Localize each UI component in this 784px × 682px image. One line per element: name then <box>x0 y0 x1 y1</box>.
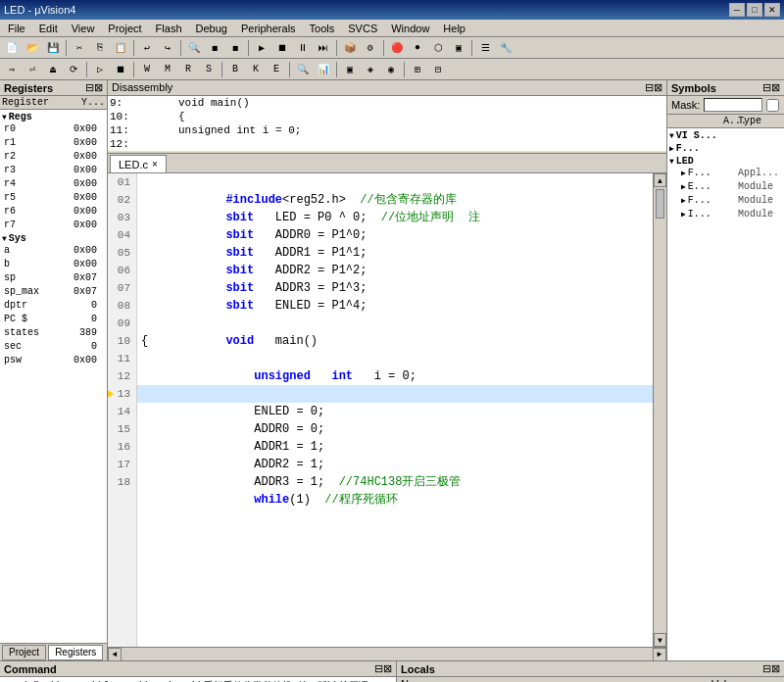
code-scrollbar-h[interactable]: ◄ ► <box>108 647 666 660</box>
tb-btn14[interactable]: 🔧 <box>496 39 515 57</box>
tb-btn6[interactable]: ⏭ <box>314 39 333 57</box>
copy-button[interactable]: ⎘ <box>90 39 110 57</box>
debug-step2[interactable]: ⏎ <box>23 61 42 78</box>
menu-help[interactable]: Help <box>437 22 471 35</box>
tb-btn12[interactable]: ▣ <box>449 39 468 57</box>
reg-group-sys-label[interactable]: ▼ Sys <box>2 233 105 244</box>
menu-project[interactable]: Project <box>102 22 147 35</box>
editor-tab-led[interactable]: LED.c × <box>110 155 167 172</box>
mask-checkbox[interactable] <box>766 99 779 112</box>
debug-extra5[interactable]: ⊟ <box>428 61 448 78</box>
menu-window[interactable]: Window <box>385 22 435 35</box>
debug-extra3[interactable]: ◉ <box>381 61 401 78</box>
reg-row-r4: r40x00 <box>2 177 105 191</box>
scroll-thumb[interactable] <box>656 189 664 219</box>
reg-row-r0: r00x00 <box>2 122 105 136</box>
maximize-button[interactable]: □ <box>747 3 762 17</box>
debug-step3[interactable]: ⏏ <box>43 61 63 78</box>
debug-win4[interactable]: S <box>199 61 219 78</box>
expand-led-icon: ▼ <box>669 157 674 166</box>
tb-btn9[interactable]: 🔴 <box>387 39 407 57</box>
tb-btn2[interactable]: ◼ <box>225 39 245 57</box>
tab-project[interactable]: Project <box>2 645 46 660</box>
scroll-right-btn[interactable]: ► <box>653 648 666 661</box>
debug-extra2[interactable]: ◈ <box>361 61 380 78</box>
scroll-up-btn[interactable]: ▲ <box>654 173 666 187</box>
regs-group-name: Regs <box>9 112 32 122</box>
debug-bp3[interactable]: E <box>267 61 286 78</box>
reg-row-pc: PC $0 <box>2 313 105 326</box>
editor-section: LED.c × 01 02 03 04 05 06 07 08 09 10 1 <box>108 154 666 660</box>
menu-file[interactable]: File <box>2 22 31 35</box>
mask-input[interactable] <box>704 98 762 112</box>
sym-f-row[interactable]: ▶ F... <box>669 143 782 154</box>
menu-flash[interactable]: Flash <box>150 22 188 35</box>
reg-row-psw: psw0x00 <box>2 354 105 367</box>
debug-win3[interactable]: R <box>178 61 198 78</box>
minimize-button[interactable]: ─ <box>729 3 745 17</box>
reg-col-name: Register <box>2 97 51 108</box>
locals-col-name: Name <box>401 678 711 682</box>
undo-button[interactable]: ↩ <box>137 39 157 57</box>
cut-button[interactable]: ✂ <box>70 39 89 57</box>
debug-watch1[interactable]: 🔍 <box>293 61 313 78</box>
tb-btn11[interactable]: ⬡ <box>428 39 448 57</box>
reg-row-states: states389 <box>2 326 105 340</box>
menu-svcs[interactable]: SVCS <box>342 22 383 35</box>
code-scrollbar-v[interactable]: ▲ ▼ <box>653 173 666 647</box>
find-button[interactable]: 🔍 <box>184 39 204 57</box>
save-button[interactable]: 💾 <box>43 39 63 57</box>
debug-win2[interactable]: M <box>158 61 177 78</box>
open-button[interactable]: 📂 <box>23 39 42 57</box>
symbols-panel: Symbols ⊟⊠ Mask: A... Type ▼ VI S... <box>666 80 784 660</box>
h-scroll-track[interactable] <box>122 649 653 660</box>
new-button[interactable]: 📄 <box>2 39 22 57</box>
scroll-down-btn[interactable]: ▼ <box>654 633 666 647</box>
scroll-left-btn[interactable]: ◄ <box>108 648 122 661</box>
line-gutter: 01 02 03 04 05 06 07 08 09 10 11 12 13 <box>108 173 137 647</box>
sym-group-f: ▶ F... <box>669 143 782 154</box>
debug-step[interactable]: ⇒ <box>2 61 22 78</box>
close-button[interactable]: ✕ <box>764 3 780 17</box>
editor-tabs: LED.c × <box>108 154 666 173</box>
menu-view[interactable]: View <box>66 22 101 35</box>
toolbar1: 📄 📂 💾 ✂ ⎘ 📋 ↩ ↪ 🔍 ◼ ◼ ▶ ⏹ ⏸ ⏭ 📦 ⚙ 🔴 ● ⬡ … <box>0 37 784 59</box>
gutter-18: 18 <box>108 473 133 491</box>
paste-button[interactable]: 📋 <box>111 39 130 57</box>
debug-bp1[interactable]: B <box>225 61 245 78</box>
gutter-03: 03 <box>108 209 133 226</box>
tb-btn1[interactable]: ◼ <box>205 39 224 57</box>
debug-stop[interactable]: ⏹ <box>111 61 130 78</box>
tb-btn4[interactable]: ⏹ <box>272 39 292 57</box>
code-content[interactable]: #include<reg52.h> //包含寄存器的库 sbit LED = P… <box>137 173 653 647</box>
debug-watch2[interactable]: 📊 <box>314 61 333 78</box>
disassembly-content: 9: void main() 10: { 11: unsigned int i … <box>108 96 666 152</box>
menu-debug[interactable]: Debug <box>190 22 233 35</box>
debug-step4[interactable]: ⟳ <box>64 61 83 78</box>
scroll-track[interactable] <box>654 187 666 633</box>
tb-btn7[interactable]: 📦 <box>340 39 360 57</box>
menu-edit[interactable]: Edit <box>33 22 64 35</box>
sym-vi-row[interactable]: ▼ VI S... <box>669 130 782 141</box>
menu-tools[interactable]: Tools <box>304 22 341 35</box>
sym-led-row[interactable]: ▼ LED <box>669 156 782 167</box>
registers-bottom-tabs: Project Registers <box>0 643 107 660</box>
debug-run[interactable]: ▷ <box>90 61 110 78</box>
tb-btn5[interactable]: ⏸ <box>293 39 313 57</box>
tb-btn13[interactable]: ☰ <box>475 39 495 57</box>
redo-button[interactable]: ↪ <box>158 39 177 57</box>
debug-win1[interactable]: W <box>137 61 157 78</box>
gutter-08: 08 <box>108 297 133 315</box>
tb-btn3[interactable]: ▶ <box>252 39 271 57</box>
menu-peripherals[interactable]: Peripherals <box>235 22 302 35</box>
tb-btn10[interactable]: ● <box>408 39 427 57</box>
debug-bp2[interactable]: K <box>246 61 266 78</box>
tab-led-label: LED.c <box>119 159 148 170</box>
tab-registers[interactable]: Registers <box>48 645 103 660</box>
reg-group-regs-label[interactable]: ▼ Regs <box>2 112 105 122</box>
tb-btn8[interactable]: ⚙ <box>361 39 380 57</box>
debug-extra4[interactable]: ⊞ <box>408 61 427 78</box>
mask-label: Mask: <box>671 99 700 111</box>
debug-extra1[interactable]: ▣ <box>340 61 360 78</box>
tab-close-icon[interactable]: × <box>152 159 158 170</box>
